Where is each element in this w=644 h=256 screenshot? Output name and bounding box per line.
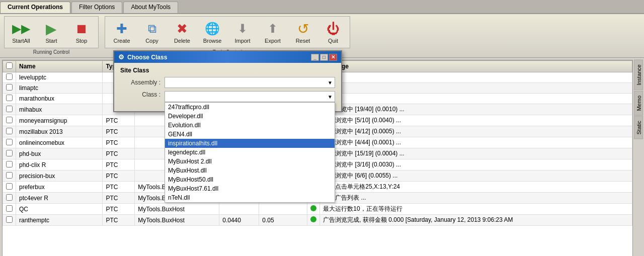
dropdown-item[interactable]: MyBuxHost50.dll (165, 175, 335, 184)
row-checkbox[interactable] (6, 117, 13, 123)
dropdown-item[interactable]: 247trafficpro.dll (165, 103, 335, 112)
dropdown-item[interactable]: Evolution.dll (165, 121, 335, 130)
row-checkbox-cell (3, 193, 16, 204)
row-checkbox[interactable] (6, 150, 13, 156)
tab-current-operations[interactable]: Current Operations (0, 2, 70, 13)
export-icon: ⬆ (265, 21, 281, 37)
browse-label: Browse (203, 38, 222, 44)
dropdown-item[interactable]: Developer.dll (165, 112, 335, 121)
dropdown-item[interactable]: MyBuxHost.dll (165, 166, 335, 175)
stop-button[interactable]: ⏹ Stop (67, 18, 96, 47)
import-button[interactable]: ⬇ Import (228, 18, 257, 47)
tab-filter-options[interactable]: Filter Options (71, 2, 122, 13)
row-name: onlineincomebux (16, 137, 103, 148)
tab-about-mytools[interactable]: About MyTools (123, 2, 178, 13)
table-row: QC PTC MyTools.BuxHost 最大运行数10，正在等待运行 (3, 204, 632, 215)
dropdown-item[interactable]: MyBuxHost7.61.dll (165, 184, 335, 193)
dropdown-item[interactable]: MyBuxHost 2.dll (165, 157, 335, 166)
delete-button[interactable]: ✖ Delete (168, 18, 197, 47)
class-dropdown-list[interactable]: 247trafficpro.dllDeveloper.dllEvolution.… (165, 102, 335, 203)
export-button[interactable]: ⬆ Export (258, 18, 287, 47)
row-point: 0.0440 (219, 215, 259, 226)
row-checkbox-cell (3, 215, 16, 226)
row-type: PTC (103, 215, 135, 226)
right-sidebar: Instance Memo Static (633, 58, 644, 256)
row-checkbox-cell (3, 170, 16, 182)
start-label: Start (45, 38, 57, 44)
row-checkbox[interactable] (6, 205, 13, 212)
row-checkbox[interactable] (6, 128, 13, 134)
modal-title-text: Choose Class (127, 54, 167, 61)
assembly-dropdown-arrow: ▼ (328, 80, 333, 86)
row-assembly: MyTools.BuxHost (135, 215, 219, 226)
delete-label: Delete (174, 38, 190, 44)
row-name: ptc4ever R (16, 193, 103, 204)
dropdown-item[interactable]: GEN4.dll (165, 130, 335, 139)
dropdown-item[interactable]: OpenBux.dll (165, 202, 335, 203)
stop-label: Stop (76, 38, 88, 44)
import-label: Import (234, 38, 250, 44)
sidebar-tab-instance[interactable]: Instance (634, 60, 643, 90)
row-checkbox[interactable] (6, 216, 13, 223)
dropdown-item[interactable]: legendeptc.dll (165, 148, 335, 157)
start-icon: ▶ (43, 21, 59, 37)
select-all-checkbox[interactable] (6, 62, 13, 69)
row-checkbox[interactable] (6, 194, 13, 201)
row-name: precision-bux (16, 170, 103, 182)
row-name: mihabux (16, 104, 103, 115)
create-button[interactable]: ✚ Create (107, 18, 136, 47)
row-type: PTC (103, 137, 135, 148)
row-checkbox[interactable] (6, 95, 13, 101)
modal-minimize-button[interactable]: _ (311, 54, 319, 61)
row-checkbox[interactable] (6, 172, 13, 179)
row-checkbox[interactable] (6, 183, 13, 190)
modal-section-title: Site Class (120, 67, 335, 74)
row-message (320, 72, 632, 83)
row-checkbox[interactable] (6, 73, 13, 80)
browse-button[interactable]: 🌐 Browse (198, 18, 227, 47)
row-checkbox[interactable] (6, 139, 13, 145)
start-button[interactable]: ▶ Start (37, 18, 66, 47)
running-control-label: Running Control (33, 49, 69, 55)
row-point (219, 204, 259, 215)
startall-button[interactable]: ▶▶ StartAll (7, 18, 36, 47)
sidebar-tab-static[interactable]: Static (634, 116, 643, 139)
row-checkbox-cell (3, 159, 16, 170)
sidebar-tab-memo[interactable]: Memo (634, 91, 643, 116)
modal-titlebar-buttons: _ □ ✕ (311, 54, 337, 61)
row-nextpay: 0.05 (259, 215, 307, 226)
row-type: PTC (103, 182, 135, 193)
row-name: moneyearnsignup (16, 115, 103, 126)
row-checkbox-cell (3, 204, 16, 215)
row-checkbox[interactable] (6, 106, 13, 112)
quit-button[interactable]: ⏻ Quit (318, 18, 348, 47)
row-message: 广告浏览中 [3/16] (0.0030) ... (320, 159, 632, 170)
row-type: PTC (103, 170, 135, 182)
modal-close-button[interactable]: ✕ (329, 54, 337, 61)
delete-icon: ✖ (174, 21, 190, 37)
assembly-row: Assembly : ▼ (120, 77, 335, 88)
copy-button[interactable]: ⧉ Copy (137, 18, 167, 47)
row-checkbox-cell (3, 104, 16, 115)
col-header-name: Name (16, 61, 103, 72)
row-message: 广告浏览中 [5/10] (0.0040) ... (320, 115, 632, 126)
row-name: levelupptc (16, 72, 103, 83)
assembly-select[interactable]: ▼ (165, 77, 335, 88)
row-message: 正在点击单元格25,X:13,Y:24 (320, 182, 632, 193)
col-header-message: Message (320, 61, 632, 72)
modal-maximize-button[interactable]: □ (320, 54, 328, 61)
dropdown-item[interactable]: nTeN.dll (165, 193, 335, 202)
row-name: marathonbux (16, 94, 103, 104)
browse-icon: 🌐 (204, 21, 220, 37)
export-label: Export (265, 38, 281, 44)
class-select[interactable]: ▼ (165, 91, 335, 102)
status-indicator (310, 205, 316, 211)
row-checkbox[interactable] (6, 161, 13, 167)
dropdown-item[interactable]: inspirationalhits.dll (165, 139, 335, 148)
copy-label: Copy (145, 38, 158, 44)
create-icon: ✚ (114, 21, 130, 37)
class-select-wrapper: ▼ 247trafficpro.dllDeveloper.dllEvolutio… (165, 91, 335, 102)
row-checkbox[interactable] (6, 84, 13, 91)
running-control-group: ▶▶ StartAll ▶ Start ⏹ Stop Running Contr… (4, 16, 99, 48)
reset-button[interactable]: ↺ Reset (288, 18, 317, 47)
